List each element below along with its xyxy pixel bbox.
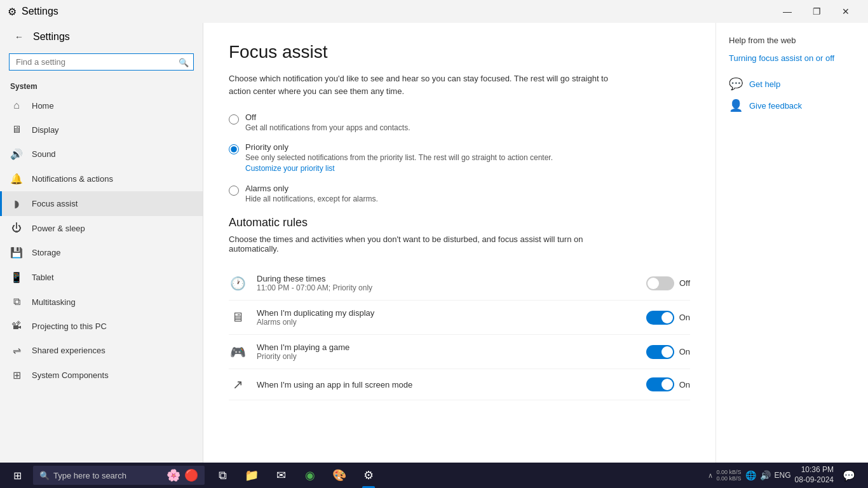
taskbar-app-settings[interactable]: ⚙ [355, 463, 383, 488]
rule-fullscreen-toggle[interactable] [646, 377, 674, 391]
title-bar: ⚙ Settings — ❐ ✕ [0, 0, 868, 23]
get-help-action[interactable]: 💬 Get help [729, 77, 855, 91]
radio-priority-content: Priority only See only selected notifica… [245, 142, 553, 173]
rule-gaming-subtitle: Priority only [257, 352, 636, 361]
rule-during-subtitle: 11:00 PM - 07:00 AM; Priority only [257, 283, 636, 292]
toggle-slider [646, 311, 674, 325]
close-button[interactable]: ✕ [831, 1, 860, 22]
start-button[interactable]: ⊞ [3, 463, 32, 488]
file-explorer-icon: 📁 [245, 468, 259, 482]
toggle-slider [646, 377, 674, 391]
customize-priority-link[interactable]: Customize your priority list [245, 164, 335, 173]
rule-during-toggle-wrapper: Off [646, 276, 690, 290]
give-feedback-action[interactable]: 👤 Give feedback [729, 98, 855, 112]
rule-fullscreen-text: When I'm using an app in full screen mod… [257, 380, 636, 390]
title-bar-title: Settings [22, 6, 58, 17]
search-box: 🔍 [9, 53, 194, 71]
fullscreen-icon: ↗ [229, 377, 247, 392]
notification-center-button[interactable]: 💬 [837, 463, 860, 488]
sidebar-item-label: Shared experiences [32, 346, 105, 355]
monitor-icon: 🖥 [229, 310, 247, 325]
network-stats: 0.00 kB/S 0.00 kB/S [717, 469, 742, 482]
sidebar-item-power[interactable]: ⏻ Power & sleep [0, 216, 203, 240]
taskbar-search[interactable]: 🔍 Type here to search 🌸 🔴 [33, 466, 205, 485]
tablet-icon: 📱 [10, 271, 23, 283]
display-icon: 🖥 [10, 124, 23, 135]
rule-gaming-toggle-wrapper: On [646, 345, 690, 359]
sidebar-item-focus-assist[interactable]: ◗ Focus assist [0, 191, 203, 216]
sidebar-item-shared[interactable]: ⇌ Shared experiences [0, 338, 203, 363]
rule-during-toggle[interactable] [646, 276, 674, 290]
sidebar-item-home[interactable]: ⌂ Home [0, 93, 203, 118]
notification-icon: 🔔 [10, 173, 23, 185]
clock-icon: 🕐 [229, 276, 247, 291]
main-content: Focus assist Choose which notification y… [203, 23, 715, 463]
rule-fullscreen: ↗ When I'm using an app in full screen m… [229, 369, 690, 400]
rule-gaming-title: When I'm playing a game [257, 342, 636, 352]
notification-center-icon: 💬 [843, 470, 855, 482]
sidebar-item-projecting[interactable]: 📽 Projecting to this PC [0, 314, 203, 338]
toggle-slider [646, 276, 674, 290]
taskbar-search-placeholder: Type here to search [53, 471, 163, 480]
minimize-button[interactable]: — [773, 1, 802, 22]
rule-duplicating-text: When I'm duplicating my display Alarms o… [257, 308, 636, 327]
title-bar-controls: — ❐ ✕ [773, 1, 860, 22]
radio-option-priority: Priority only See only selected notifica… [229, 142, 690, 173]
radio-off[interactable] [229, 114, 239, 125]
taskbar-app-chrome[interactable]: ◉ [296, 463, 324, 488]
settings-icon: ⚙ [363, 468, 374, 482]
sidebar-item-storage[interactable]: 💾 Storage [0, 240, 203, 265]
sidebar-item-sound[interactable]: 🔊 Sound [0, 142, 203, 166]
taskbar-apps: ⧉ 📁 ✉ ◉ 🎨 ⚙ [208, 463, 383, 488]
home-icon: ⌂ [10, 100, 23, 111]
page-subtitle: Choose which notification you'd like to … [229, 72, 610, 97]
volume-icon[interactable]: 🔊 [760, 470, 771, 480]
radio-priority[interactable] [229, 144, 239, 154]
sidebar-item-label: Notifications & actions [32, 174, 113, 184]
sidebar-item-label: Projecting to this PC [32, 322, 107, 331]
mail-icon: ✉ [276, 468, 286, 482]
notification-dot-icon: 🔴 [184, 468, 198, 482]
sidebar-item-label: Home [32, 101, 54, 111]
rule-gaming-toggle[interactable] [646, 345, 674, 359]
radio-priority-label: Priority only [245, 142, 553, 152]
sidebar-item-notifications[interactable]: 🔔 Notifications & actions [0, 166, 203, 191]
sidebar-item-tablet[interactable]: 📱 Tablet [0, 265, 203, 290]
system-tray-chevron[interactable]: ∧ [708, 471, 713, 480]
taskbar-app-paint[interactable]: 🎨 [325, 463, 353, 488]
chrome-icon: ◉ [305, 468, 315, 482]
network-icon[interactable]: 🌐 [745, 470, 756, 480]
settings-window-icon: ⚙ [8, 6, 17, 18]
radio-option-off: Off Get all notifications from your apps… [229, 112, 690, 132]
rule-duplicating-toggle[interactable] [646, 311, 674, 325]
rule-duplicating-title: When I'm duplicating my display [257, 308, 636, 318]
sidebar-nav-top: ← Settings [0, 23, 203, 51]
rule-during-title: During these times [257, 274, 636, 283]
sidebar-item-display[interactable]: 🖥 Display [0, 118, 203, 142]
rule-fullscreen-title: When I'm using an app in full screen mod… [257, 380, 636, 390]
back-button[interactable]: ← [10, 28, 28, 46]
radio-alarms[interactable] [229, 186, 239, 196]
right-panel: Help from the web Turning focus assist o… [715, 23, 868, 463]
net-down: 0.00 kB/S [717, 475, 742, 482]
taskbar-app-mail[interactable]: ✉ [267, 463, 295, 488]
radio-option-alarms: Alarms only Hide all notifications, exce… [229, 184, 690, 203]
automatic-rules-desc: Choose the times and activities when you… [229, 234, 597, 254]
shared-icon: ⇌ [10, 344, 23, 356]
sidebar-item-system-components[interactable]: ⊞ System Components [0, 363, 203, 388]
sidebar-item-multitasking[interactable]: ⧉ Multitasking [0, 290, 203, 314]
rule-gaming-toggle-label: On [679, 347, 690, 356]
clock[interactable]: 10:36 PM 08-09-2024 [795, 465, 834, 485]
taskbar-app-explorer[interactable]: 📁 [238, 463, 266, 488]
sidebar-item-label: System Components [32, 370, 109, 380]
projecting-icon: 📽 [10, 320, 23, 332]
help-link[interactable]: Turning focus assist on or off [729, 53, 855, 64]
search-input[interactable] [9, 53, 194, 71]
get-help-icon: 💬 [729, 77, 743, 91]
rule-gaming: 🎮 When I'm playing a game Priority only … [229, 335, 690, 369]
maximize-button[interactable]: ❐ [802, 1, 831, 22]
radio-off-content: Off Get all notifications from your apps… [245, 112, 410, 132]
paint-icon: 🎨 [332, 468, 346, 482]
taskbar-app-taskview[interactable]: ⧉ [208, 463, 236, 488]
language-indicator[interactable]: ENG [775, 471, 791, 480]
